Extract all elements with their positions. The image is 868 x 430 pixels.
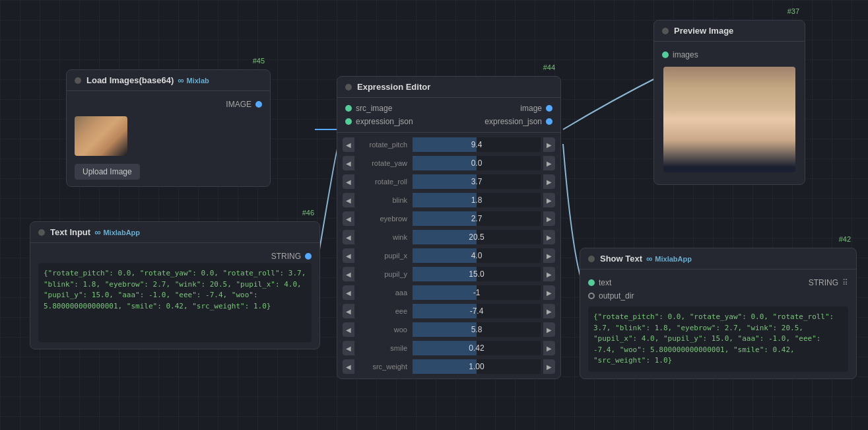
- slider-label-blink: blink: [357, 196, 410, 204]
- slider-right-arrow-smile[interactable]: ▶: [543, 341, 555, 355]
- slider-body-rotate_pitch[interactable]: 9.4: [413, 137, 541, 152]
- slider-right-arrow-eee[interactable]: ▶: [543, 304, 555, 318]
- text-input-header: Text Input ∞ MixlabApp: [30, 222, 319, 243]
- show-text-output-dir-row: output_dir: [588, 289, 848, 303]
- expression-editor-title: Expression Editor: [357, 82, 430, 92]
- load-images-thumbnail: [75, 116, 127, 156]
- slider-right-arrow-rotate_yaw[interactable]: ▶: [543, 156, 555, 170]
- slider-right-arrow-wink[interactable]: ▶: [543, 230, 555, 244]
- load-images-title: Load Images(base64): [86, 75, 174, 85]
- load-images-image-port[interactable]: [255, 101, 262, 108]
- load-images-badge: #45: [253, 57, 265, 65]
- show-text-string-out-label: STRING: [809, 278, 838, 287]
- slider-body-src_weight[interactable]: 1.00: [413, 359, 541, 374]
- slider-left-arrow-rotate_yaw[interactable]: ◀: [343, 156, 354, 170]
- slider-left-arrow-wink[interactable]: ◀: [343, 230, 354, 244]
- slider-right-arrow-pupil_x[interactable]: ▶: [543, 248, 555, 263]
- slider-row-pupil_x: ◀pupil_x4.0▶: [337, 246, 560, 265]
- src-image-label: src_image: [356, 104, 392, 113]
- load-images-status-dot: [75, 77, 81, 84]
- src-image-in-port[interactable]: [345, 105, 352, 112]
- expression-editor-badge: #44: [543, 63, 555, 71]
- preview-image-header: Preview Image: [654, 20, 805, 42]
- expression-json-in-port[interactable]: [345, 118, 352, 125]
- show-text-title: Show Text: [600, 254, 642, 264]
- slider-right-arrow-woo[interactable]: ▶: [543, 322, 555, 337]
- slider-body-pupil_y[interactable]: 15.0: [413, 267, 541, 281]
- show-text-content: text STRING ⠿ output_dir {"rotate_pitch"…: [580, 269, 856, 378]
- show-text-string-icon: ⠿: [842, 278, 848, 287]
- expression-json-out-port[interactable]: [546, 118, 552, 125]
- slider-right-arrow-eyebrow[interactable]: ▶: [543, 211, 555, 226]
- slider-label-rotate_roll: rotate_roll: [357, 178, 410, 186]
- slider-left-arrow-blink[interactable]: ◀: [343, 193, 354, 207]
- slider-right-arrow-blink[interactable]: ▶: [543, 193, 555, 207]
- slider-body-rotate_roll[interactable]: 3.7: [413, 174, 541, 189]
- slider-right-arrow-rotate_roll[interactable]: ▶: [543, 174, 555, 189]
- show-text-text-label: text: [599, 278, 611, 287]
- load-images-image-port-row: IMAGE: [75, 98, 262, 111]
- slider-label-eee: eee: [357, 307, 410, 315]
- slider-right-arrow-pupil_y[interactable]: ▶: [543, 267, 555, 281]
- slider-row-eee: ◀eee-7.4▶: [337, 302, 560, 320]
- slider-body-eee[interactable]: -7.4: [413, 304, 541, 318]
- slider-left-arrow-eyebrow[interactable]: ◀: [343, 211, 354, 226]
- slider-left-arrow-src_weight[interactable]: ◀: [343, 359, 354, 374]
- show-text-output-text: {"rotate_pitch": 0.0, "rotate_yaw": 0.0,…: [588, 306, 848, 372]
- slider-left-arrow-rotate_pitch[interactable]: ◀: [343, 137, 354, 152]
- slider-left-arrow-rotate_roll[interactable]: ◀: [343, 174, 354, 189]
- show-text-header: Show Text ∞ MixlabApp: [580, 248, 856, 269]
- show-text-text-port[interactable]: [588, 279, 595, 286]
- slider-right-arrow-aaa[interactable]: ▶: [543, 285, 555, 300]
- show-text-output-dir-port[interactable]: [588, 293, 595, 299]
- show-text-ports-row: text STRING ⠿: [588, 276, 848, 289]
- slider-row-pupil_y: ◀pupil_y15.0▶: [337, 265, 560, 283]
- load-images-content: IMAGE Upload Image: [67, 91, 270, 186]
- image-out-port[interactable]: [546, 105, 552, 112]
- slider-row-woo: ◀woo5.8▶: [337, 320, 560, 339]
- slider-body-pupil_x[interactable]: 4.0: [413, 248, 541, 263]
- slider-label-woo: woo: [357, 326, 410, 334]
- slider-left-arrow-eee[interactable]: ◀: [343, 304, 354, 318]
- slider-label-eyebrow: eyebrow: [357, 215, 410, 223]
- text-input-textarea[interactable]: {"rotate_pitch": 0.0, "rotate_yaw": 0.0,…: [38, 263, 312, 342]
- slider-right-arrow-src_weight[interactable]: ▶: [543, 359, 555, 374]
- slider-right-arrow-rotate_pitch[interactable]: ▶: [543, 137, 555, 152]
- slider-body-blink[interactable]: 1.8: [413, 193, 541, 207]
- expression-editor-node: #44 Expression Editor src_image image ex…: [337, 76, 561, 379]
- slider-body-smile[interactable]: 0.42: [413, 341, 541, 355]
- preview-images-in-port[interactable]: [662, 52, 669, 58]
- slider-left-arrow-aaa[interactable]: ◀: [343, 285, 354, 300]
- expression-json-in-label: expression_json: [356, 117, 413, 126]
- text-input-string-port-row: STRING: [38, 250, 312, 263]
- upload-image-button[interactable]: Upload Image: [75, 164, 140, 180]
- slider-label-rotate_yaw: rotate_yaw: [357, 159, 410, 167]
- slider-body-woo[interactable]: 5.8: [413, 322, 541, 337]
- slider-body-aaa[interactable]: -1: [413, 285, 541, 300]
- slider-body-rotate_yaw[interactable]: 0.0: [413, 156, 541, 170]
- image-out-label: image: [520, 104, 542, 113]
- load-images-brand: ∞ Mixlab: [178, 75, 209, 85]
- text-input-status-dot: [38, 229, 45, 236]
- preview-image-content: images: [654, 42, 805, 184]
- slider-body-eyebrow[interactable]: 2.7: [413, 211, 541, 226]
- slider-left-arrow-woo[interactable]: ◀: [343, 322, 354, 337]
- show-text-status-dot: [588, 256, 595, 262]
- text-input-string-port[interactable]: [305, 253, 312, 260]
- slider-row-rotate_yaw: ◀rotate_yaw0.0▶: [337, 154, 560, 172]
- slider-label-wink: wink: [357, 233, 410, 241]
- slider-row-smile: ◀smile0.42▶: [337, 339, 560, 357]
- preview-image-node: #37 Preview Image images: [653, 20, 805, 185]
- slider-left-arrow-pupil_y[interactable]: ◀: [343, 267, 354, 281]
- expression-editor-ports: src_image image expression_json expressi…: [337, 98, 560, 133]
- expression-editor-sliders: ◀rotate_pitch9.4▶◀rotate_yaw0.0▶◀rotate_…: [337, 133, 560, 378]
- preview-images-port-row: images: [662, 48, 797, 61]
- preview-images-label: images: [673, 50, 698, 59]
- slider-left-arrow-smile[interactable]: ◀: [343, 341, 354, 355]
- slider-body-wink[interactable]: 20.5: [413, 230, 541, 244]
- expression-editor-status-dot: [345, 84, 352, 90]
- text-input-content: STRING {"rotate_pitch": 0.0, "rotate_yaw…: [30, 243, 319, 349]
- slider-left-arrow-pupil_x[interactable]: ◀: [343, 248, 354, 263]
- slider-label-pupil_y: pupil_y: [357, 270, 410, 278]
- preview-image-title: Preview Image: [674, 26, 733, 36]
